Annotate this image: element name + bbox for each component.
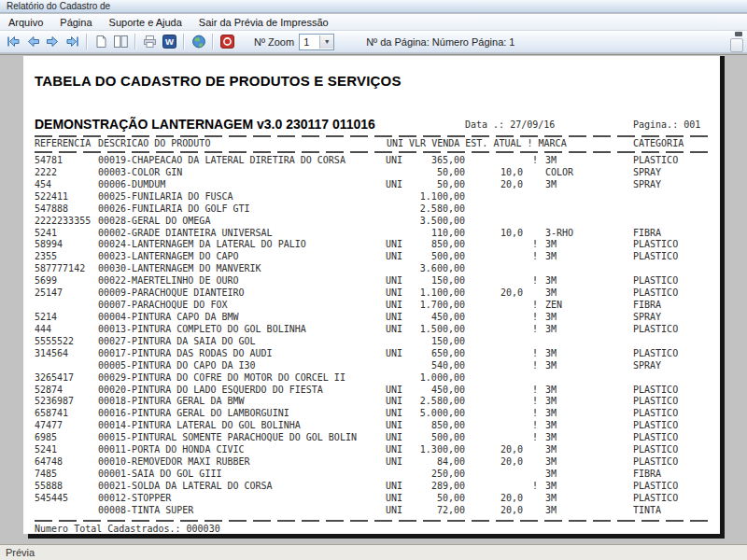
cell-ref: 2222	[35, 167, 98, 177]
zoom-select[interactable]: 1 ▼	[299, 34, 334, 50]
cell-vlr: 5.000,00	[406, 408, 465, 418]
cell-flag: !	[523, 324, 538, 334]
cell-est: 10,0	[465, 228, 523, 238]
cell-flag: !	[523, 420, 538, 430]
cell-desc: 00003-COLOR GIN	[98, 167, 388, 177]
status-text: Prévia	[6, 547, 35, 558]
table-row: 4747700014-PINTURA LATERAL DO GOL BOLINH…	[23, 420, 720, 432]
toolbar-overflow-button[interactable]	[730, 38, 743, 52]
cell-vlr: 450,00	[406, 312, 465, 322]
cell-est: 20,0	[465, 456, 523, 467]
menu-item-pagina[interactable]: Página	[51, 16, 100, 29]
page-info-label: Nº da Página: Número Página: 1	[366, 36, 514, 48]
cell-cat: PLASTICO	[633, 155, 717, 165]
cell-desc: 00020-PINTURA DO LADO ESQUERDO DO FIESTA	[98, 385, 388, 395]
print-button[interactable]	[141, 33, 159, 50]
cell-ref: 545445	[35, 493, 98, 503]
next-page-icon	[46, 35, 60, 49]
exit-preview-button[interactable]	[218, 33, 236, 50]
cell-ref: 6985	[35, 432, 98, 442]
cell-marca: 3M	[545, 385, 631, 395]
menu-item-sair-da-previa[interactable]: Sair da Prévia de Impressão	[190, 16, 337, 29]
previous-page-icon	[26, 35, 40, 49]
cell-vlr: 650,00	[406, 348, 465, 358]
next-page-button[interactable]	[44, 33, 62, 50]
cell-cat: PLASTICO	[633, 493, 717, 503]
svg-text:W: W	[165, 36, 174, 47]
word-icon: W	[162, 35, 176, 49]
separator-line	[35, 135, 712, 137]
cell-cat: PLASTICO	[633, 396, 717, 406]
menu-item-arquivo[interactable]: Arquivo	[0, 16, 51, 29]
table-row: 523698700018-PINTURA GERAL DA BMWUNI2.58…	[23, 396, 720, 408]
cell-desc: 00015-PINTURAL SOMENTE PARACHOQUE DO GOL…	[98, 432, 388, 442]
table-row: 5287400020-PINTURA DO LADO ESQUERDO DO F…	[23, 385, 720, 397]
cell-flag: !	[523, 408, 538, 418]
cell-vlr: 50,00	[406, 493, 465, 503]
table-row: 5588800021-SOLDA DA LATERAL DO CORSAUNI2…	[23, 481, 720, 493]
previous-page-button[interactable]	[24, 33, 42, 50]
title-bar[interactable]: Relatório do Cadastro de	[0, 0, 747, 13]
single-page-view-button[interactable]	[92, 33, 110, 50]
cell-vlr: 2.580,00	[406, 396, 465, 406]
cell-flag: !	[523, 312, 538, 322]
cell-desc: 00001-SAIA DO GOL GIII	[98, 469, 388, 479]
cell-cat: PLASTICO	[633, 420, 717, 430]
cell-desc: 00029-PINTURA DO COFRE DO MOTOR DO CORCE…	[98, 372, 388, 383]
cell-cat: PLASTICO	[633, 385, 717, 395]
cell-marca: 3M	[545, 493, 631, 503]
table-row: 44400013-PINTURA COMPLETO DO GOL BOLINHA…	[23, 324, 720, 336]
export-word-button[interactable]: W	[161, 33, 178, 50]
report-rows: 5478100019-CHAPEACAO DA LATERAL DIRETIRA…	[23, 155, 720, 517]
last-page-icon	[65, 35, 79, 49]
cell-marca: 3M	[545, 505, 631, 515]
cell-marca: 3M	[545, 348, 631, 358]
cell-marca: ZEN	[545, 300, 631, 310]
cell-flag: !	[523, 251, 538, 261]
toolbar-separator	[212, 34, 214, 49]
table-row: 748500001-SAIA DO GOL GIII250,003MFIBRA	[23, 469, 720, 481]
cell-vlr: 3.600,00	[406, 263, 465, 273]
cell-desc: 00026-FUNILARIA DO GOLF GTI	[98, 203, 388, 214]
two-page-view-button[interactable]	[112, 33, 130, 50]
printer-icon	[143, 35, 157, 49]
chevron-down-icon[interactable]: ▼	[319, 35, 333, 49]
cell-marca: 3M	[545, 239, 631, 249]
cell-cat: TINTA	[633, 505, 717, 515]
cell-ref: 58994	[35, 239, 98, 249]
cell-ref: 7485	[35, 469, 98, 479]
web-help-button[interactable]	[190, 33, 207, 50]
cell-vlr: 250,00	[406, 469, 465, 479]
cell-desc: 00022-MAERTELINHO DE OURO	[98, 275, 388, 286]
table-row: 222223335500028-GERAL DO OMEGA3.500,00	[23, 216, 720, 228]
cell-ref: 547888	[35, 203, 98, 214]
report-page: TABELA DO CADASTRO DE PRODUTOS E SERVIÇO…	[23, 56, 720, 534]
table-row: 5899400024-LANTERNAGEM DA LATERAL DO PAL…	[23, 239, 720, 251]
cell-vlr: 72,00	[406, 505, 465, 515]
report-subtitle: DEMONSTRAÇÃO LANTERNAGEM v3.0 230117 011…	[35, 117, 375, 132]
cell-flag: !	[523, 239, 538, 249]
cell-vlr: 50,00	[406, 167, 465, 177]
cell-vlr: 150,00	[406, 336, 465, 346]
last-page-button[interactable]	[63, 33, 81, 50]
table-row: 00007-PARACHOQUE DO FOXUNI1.700,00!ZENFI…	[23, 300, 720, 312]
cell-ref: 54781	[35, 155, 98, 165]
cell-ref: 5214	[35, 312, 98, 322]
cell-desc: 00019-CHAPEACAO DA LATERAL DIRETIRA DO C…	[98, 155, 388, 165]
cell-ref: 5241	[35, 444, 98, 455]
cell-desc: 00005-PINTURA DO CAPO DA I30	[98, 360, 388, 371]
cell-cat: PLASTICO	[633, 348, 717, 358]
header-referencia: REFERENCIA	[35, 138, 91, 148]
cell-cat: PLASTICO	[633, 456, 717, 467]
toolbar: W Nº Zoom 1 ▼ Nº da Página: Número Págin…	[0, 31, 747, 53]
first-page-button[interactable]	[5, 33, 22, 50]
menu-item-suporte-e-ajuda[interactable]: Suporte e Ajuda	[101, 16, 190, 29]
page-shadow-bottom	[28, 534, 725, 539]
cell-flag: !	[523, 300, 538, 310]
cell-marca: 3M	[545, 312, 631, 322]
cell-cat: PLASTICO	[633, 239, 717, 249]
table-row: 58777714200030-LANTERNAGEM DO MANVERIK3.…	[23, 263, 720, 275]
table-row: 222200003-COLOR GIN50,0010,0COLORSPRAY	[23, 167, 720, 179]
cell-cat: PLASTICO	[633, 408, 717, 418]
cell-flag: !	[523, 155, 538, 165]
